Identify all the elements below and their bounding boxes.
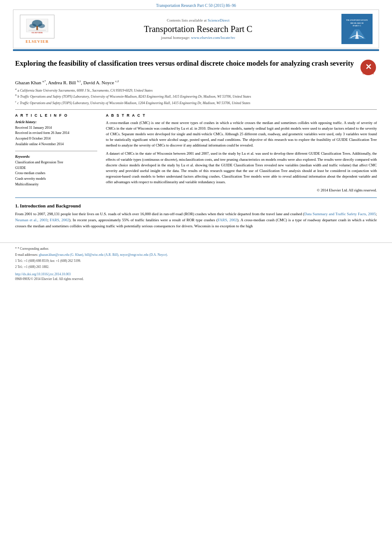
- crossmark-icon: ✕ CrossMark: [360, 59, 376, 76]
- article-info-column: A R T I C L E I N F O Article history: R…: [15, 113, 97, 192]
- doi-link[interactable]: http://dx.doi.org/10.1016/j.trc.2014.10.…: [15, 272, 377, 276]
- received-original: Received 31 January 2014: [15, 125, 97, 131]
- keyword-5: Multicollinearity: [15, 182, 97, 188]
- ref-link-4[interactable]: FARS, 2002: [218, 218, 237, 222]
- email-line: E-mail addresses: ghazan.khan@csus.edu (…: [15, 252, 377, 257]
- journal-homepage: journal homepage: www.elsevier.com/locat…: [61, 35, 335, 40]
- transport-logo-container: TRANSPORTATION RESEARCH PART C: [340, 14, 374, 44]
- svg-text:ELSEVIER: ELSEVIER: [32, 32, 43, 34]
- email-label: E-mail addresses:: [15, 253, 38, 257]
- divider-1: [15, 109, 377, 110]
- footnote-1: 1 Tel.: +1 (608) 698 8519; fax: +1 (608)…: [15, 258, 377, 263]
- keyword-3: Cross-median crashes: [15, 171, 97, 176]
- two-column-layout: A R T I C L E I N F O Article history: R…: [15, 113, 377, 192]
- intro-text-start: From 2001 to 2007, 298,131 people lost t…: [15, 212, 304, 216]
- affiliation-c: c c Traffic Operations and Safety (TOPS)…: [15, 99, 377, 106]
- transport-logo-line1: TRANSPORTATION: [346, 19, 368, 22]
- copyright-line: © 2014 Elsevier Ltd. All rights reserved…: [106, 188, 377, 192]
- email-values: ghazan.khan@csus.edu (G. Khan), bill@wis…: [39, 253, 168, 257]
- abstract-para2: A dataset of CMCs in the state of Wiscon…: [106, 151, 377, 185]
- ref-link-1[interactable]: Data Summary and Traffic Safety Facts, 2…: [304, 212, 376, 216]
- intro-text-4: ). In recent years, approximately 55% of…: [69, 218, 218, 222]
- transport-road-icon: [348, 29, 366, 39]
- ref-link-2[interactable]: Neuman et al., 2003: [15, 218, 48, 222]
- abstract-column: A B S T R A C T A cross-median crash (CM…: [106, 113, 377, 192]
- page: Transportation Research Part C 50 (2015)…: [0, 0, 392, 535]
- ref-link-3[interactable]: FARS, 2002: [50, 218, 69, 222]
- abstract-header: A B S T R A C T: [106, 113, 377, 118]
- history-label: Article history:: [15, 120, 97, 124]
- divider-keywords: [15, 151, 97, 151]
- svg-point-3: [38, 24, 45, 28]
- keywords-label: Keywords:: [15, 155, 97, 159]
- affiliation-b: b b Traffic Operations and Safety (TOPS)…: [15, 93, 377, 99]
- svg-point-2: [29, 24, 36, 28]
- affiliations: a a California State University Sacramen…: [15, 87, 377, 106]
- main-content: Exploring the feasibility of classificat…: [0, 51, 392, 234]
- doi-text: http://dx.doi.org/10.1016/j.trc.2014.10.…: [15, 272, 70, 276]
- abstract-text: A cross-median crash (CMC) is one of the…: [106, 120, 377, 185]
- corresponding-text: * Corresponding author.: [18, 247, 49, 251]
- affiliation-a: a a California State University Sacramen…: [15, 87, 377, 93]
- introduction-body: From 2001 to 2007, 298,131 people lost t…: [15, 211, 377, 229]
- accepted-date: Accepted 8 October 2014: [15, 136, 97, 142]
- author-sep1: , Andrea R. Bill: [46, 80, 77, 85]
- section-divider: [15, 197, 377, 198]
- section-title-intro: 1. Introduction and Background: [15, 203, 377, 208]
- corresponding-author-note: * * Corresponding author.: [15, 246, 377, 251]
- homepage-url[interactable]: www.elsevier.com/locate/trc: [191, 35, 235, 40]
- author-ghazan: Ghazan Khan: [15, 80, 42, 85]
- svg-rect-4: [36, 26, 38, 30]
- page-footer: * * Corresponding author. E-mail address…: [0, 242, 392, 284]
- article-info-header: A R T I C L E I N F O: [15, 113, 97, 118]
- journal-reference: Transportation Research Part C 50 (2015)…: [0, 0, 392, 10]
- journal-reference-text: Transportation Research Part C 50 (2015)…: [156, 3, 236, 8]
- elsevier-logo: ELSEVIER: [20, 15, 54, 38]
- elsevier-wordmark: ELSEVIER: [25, 39, 49, 44]
- paper-title-text: Exploring the feasibility of classificat…: [15, 59, 360, 68]
- introduction-section: 1. Introduction and Background From 2001…: [15, 203, 377, 229]
- journal-header: ELSEVIER ELSEVIER Contents lists availab…: [13, 10, 379, 48]
- transport-logo-line3: PART C: [346, 25, 368, 28]
- crossmark-badge[interactable]: ✕ CrossMark: [360, 59, 377, 76]
- issn-line: 0968-090X/© 2014 Elsevier Ltd. All right…: [15, 277, 377, 281]
- paper-title-row: Exploring the feasibility of classificat…: [15, 59, 377, 76]
- elsevier-logo-container: ELSEVIER ELSEVIER: [18, 15, 57, 44]
- footnote-2: 2 Tel.: +1 (608) 265 1882.: [15, 264, 377, 269]
- footer-bottom: http://dx.doi.org/10.1016/j.trc.2014.10.…: [15, 272, 377, 281]
- authors-line: Ghazan Khan a,*, Andrea R. Bill b,1, Dav…: [15, 80, 377, 85]
- received-revised: Received in revised form 26 June 2014: [15, 131, 97, 136]
- homepage-prefix: journal homepage:: [161, 35, 191, 40]
- author-sep2: , David A. Noyce: [81, 80, 115, 85]
- available-online: Available online 4 November 2014: [15, 142, 97, 147]
- transport-research-logo: TRANSPORTATION RESEARCH PART C: [341, 14, 373, 44]
- keyword-2: GUIDE: [15, 166, 97, 171]
- intro-text-2: ;: [376, 212, 377, 216]
- keyword-4: Crash severity models: [15, 176, 97, 182]
- contents-line: Contents lists available at ScienceDirec…: [61, 18, 335, 22]
- journal-title: Transportation Research Part C: [61, 24, 335, 34]
- svg-text:CrossMark: CrossMark: [363, 72, 374, 75]
- transport-logo-text: TRANSPORTATION RESEARCH PART C: [346, 19, 368, 28]
- svg-text:✕: ✕: [365, 63, 372, 71]
- elsevier-logo-svg: ELSEVIER: [24, 18, 50, 35]
- keyword-1: Classification and Regression Tree: [15, 160, 97, 166]
- abstract-para1: A cross-median crash (CMC) is one of the…: [106, 120, 377, 149]
- journal-info-center: Contents lists available at ScienceDirec…: [57, 18, 340, 40]
